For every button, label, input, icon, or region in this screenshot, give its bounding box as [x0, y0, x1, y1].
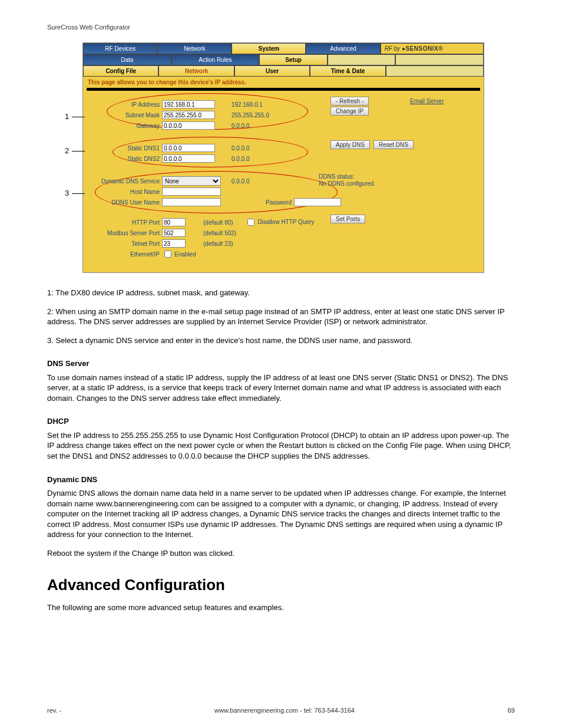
- email-server-link[interactable]: Email Server: [410, 98, 444, 104]
- ddns-user-label: DDNS User Name: [89, 199, 162, 206]
- modbus-port-input[interactable]: [162, 229, 186, 237]
- ethernet-ip-checkbox[interactable]: [164, 251, 171, 258]
- note-1: 1: The DX80 device IP address, subnet ma…: [47, 288, 515, 298]
- ddns-status-block: DDNS status: No DDNS configured.: [319, 173, 375, 187]
- callout-3: 3: [65, 189, 69, 197]
- tab-advanced[interactable]: Advanced: [306, 43, 380, 54]
- tab-network-sub[interactable]: Network: [158, 65, 234, 77]
- tab-time-date[interactable]: Time & Date: [310, 65, 385, 77]
- tab-action-rules[interactable]: Action Rules: [171, 54, 260, 65]
- password-input[interactable]: [294, 198, 341, 206]
- page-description: This page allows you to change this devi…: [83, 77, 484, 87]
- dns-server-heading: DNS Server: [47, 358, 515, 369]
- password-label: Password: [256, 199, 294, 206]
- change-ip-button[interactable]: Change IP: [330, 107, 369, 116]
- gw-label: Gateway: [89, 123, 162, 129]
- tabrow-top: RF Devices Network System Advanced RF by…: [83, 43, 484, 54]
- ip-label: IP Address: [89, 101, 162, 108]
- dns1-input[interactable]: [162, 144, 215, 152]
- tab-system[interactable]: System: [232, 43, 306, 54]
- advanced-config-paragraph: The following are some more advanced set…: [47, 602, 515, 613]
- disallow-wrap: Disallow HTTP Query: [245, 217, 315, 228]
- tab-rf-devices[interactable]: RF Devices: [83, 43, 157, 54]
- ethernet-ip-label: Ethernet/IP: [89, 251, 162, 258]
- http-port-input[interactable]: [162, 218, 186, 226]
- ddns-status-label: DDNS status:: [319, 173, 375, 180]
- tab-user[interactable]: User: [234, 65, 310, 77]
- ip-input[interactable]: [162, 100, 215, 108]
- dns1-label: Static DNS1: [89, 145, 162, 151]
- set-ports-button[interactable]: Set Ports: [330, 215, 365, 223]
- brand-name: SENSONIX: [405, 45, 438, 52]
- ip-readout: 192.168.0.1: [232, 101, 285, 108]
- ethernet-ip-enabled-label: Enabled: [174, 251, 196, 258]
- ddns-user-input[interactable]: [162, 198, 221, 206]
- dynamic-dns-paragraph: Dynamic DNS allows the domain name data …: [47, 488, 515, 540]
- dns2-input[interactable]: [162, 154, 215, 163]
- tab-blank3: [386, 65, 484, 77]
- dns-server-paragraph: To use domain names instead of a static …: [47, 373, 515, 404]
- http-port-label: HTTP Port: [89, 219, 162, 226]
- tabrow-low: Config File Network User Time & Date: [83, 65, 484, 77]
- brand-label: RF by ●SENSONIX®: [381, 43, 484, 54]
- host-input[interactable]: [162, 187, 221, 196]
- telnet-port-input[interactable]: [162, 239, 186, 248]
- tab-blank1: [328, 54, 396, 65]
- dns2-label: Static DNS2: [89, 156, 162, 162]
- http-default-note: (default 80): [203, 219, 233, 226]
- advanced-config-heading: Advanced Configuration: [47, 576, 515, 594]
- tab-config-file[interactable]: Config File: [83, 65, 158, 77]
- tab-network[interactable]: Network: [157, 43, 232, 54]
- note-3: 3. Select a dynamic DNS service and ente…: [47, 335, 515, 346]
- tabrow-mid: Data Action Rules Setup: [83, 54, 484, 65]
- ddns-readout: 0.0.0.0: [232, 178, 285, 185]
- reset-dns-button[interactable]: Reset DNS: [373, 140, 414, 149]
- dhcp-heading: DHCP: [47, 416, 515, 427]
- gw-readout: 0.0.0.0: [232, 123, 285, 129]
- telnet-default-note: (default 23): [203, 241, 233, 247]
- callout-2: 2: [65, 146, 69, 155]
- form-area: IP Address 192.168.0.1 Subnet Mask 255.2…: [83, 92, 484, 272]
- body-text: 1: The DX80 device IP address, subnet ma…: [47, 288, 515, 613]
- ddns-status-value: No DDNS configured.: [319, 180, 375, 187]
- brand-prefix: RF by: [385, 45, 401, 52]
- dns1-readout: 0.0.0.0: [232, 145, 285, 151]
- divider-bar: [87, 88, 480, 91]
- disallow-http-label: Disallow HTTP Query: [257, 219, 314, 225]
- mask-label: Subnet Mask: [89, 112, 162, 118]
- refresh-button[interactable]: - Refresh -: [330, 97, 369, 106]
- telnet-port-label: Telnet Port: [89, 241, 162, 247]
- callout-1: 1: [65, 112, 69, 121]
- screenshot-figure: 1 2 3 RF Devices Network System Advanced…: [82, 42, 483, 273]
- mask-readout: 255.255.255.0: [232, 112, 285, 118]
- reboot-note: Reboot the system if the Change IP butto…: [47, 548, 515, 559]
- modbus-port-label: Modbus Server Port: [89, 230, 162, 236]
- disallow-http-checkbox[interactable]: [247, 219, 254, 226]
- gw-input[interactable]: [162, 121, 215, 130]
- apply-dns-button[interactable]: Apply DNS: [330, 140, 370, 149]
- tab-setup[interactable]: Setup: [259, 54, 328, 65]
- host-label: Host Name: [89, 189, 162, 195]
- ddns-service-label: Dynamic DNS Service: [89, 178, 162, 185]
- note-2: 2: When using an SMTP domain name in the…: [47, 307, 515, 327]
- ddns-service-select[interactable]: None: [162, 176, 221, 186]
- page-header: SureCross Web Configurator: [47, 24, 515, 31]
- dns2-readout: 0.0.0.0: [232, 156, 285, 162]
- config-panel: RF Devices Network System Advanced RF by…: [82, 42, 484, 273]
- dhcp-paragraph: Set the IP address to 255.255.255.255 to…: [47, 430, 515, 462]
- tab-blank2: [395, 54, 484, 65]
- mask-input[interactable]: [162, 111, 215, 119]
- tab-data[interactable]: Data: [83, 54, 171, 65]
- modbus-default-note: (default 502): [203, 230, 236, 236]
- dynamic-dns-heading: Dynamic DNS: [47, 475, 515, 485]
